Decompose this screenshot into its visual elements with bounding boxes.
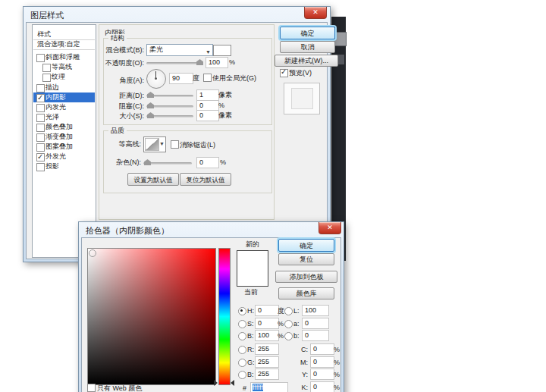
picker-reset-button[interactable]: 复位: [278, 253, 334, 265]
noise-input[interactable]: 0: [196, 157, 219, 168]
chevron-down-icon: ▼: [159, 141, 165, 146]
picker-ok-button[interactable]: 确定: [278, 239, 334, 252]
bb-input[interactable]: 0: [302, 330, 329, 341]
preview-thumbnail: [284, 83, 320, 114]
color-libraries-button[interactable]: 颜色库: [278, 287, 334, 299]
texture-checkbox[interactable]: [42, 74, 51, 82]
sidebar-item-contour[interactable]: 等高线: [33, 62, 95, 72]
g-radio[interactable]: [238, 359, 246, 367]
a-input[interactable]: 0: [302, 318, 329, 329]
h-input[interactable]: 0: [255, 305, 279, 316]
opacity-slider[interactable]: [146, 62, 201, 64]
sidebar-item-gradient-overlay[interactable]: 渐变叠加: [33, 132, 95, 142]
structure-group: 结构 混合模式(B): 柔光 ▼ 不透明度(O): 100 % 角度(A): 9…: [103, 38, 272, 125]
quality-group: 品质 等高线: ▼ 消除锯齿(L) 杂色(N): 0 % 设置为默认值 复位为默…: [103, 130, 272, 193]
r-radio[interactable]: [238, 346, 246, 354]
inner-shadow-checkbox[interactable]: [36, 94, 45, 102]
ok-button[interactable]: 确定: [280, 27, 335, 39]
sidebar-item-bevel-emboss[interactable]: 斜面和浮雕: [33, 52, 95, 62]
set-default-button[interactable]: 设置为默认值: [127, 173, 179, 186]
preview-checkbox[interactable]: [280, 69, 288, 77]
color-picker-titlebar[interactable]: 拾色器（内阴影颜色） ✕: [79, 222, 344, 237]
b-radio[interactable]: [238, 332, 246, 340]
hex-input[interactable]: ffffff: [250, 382, 288, 392]
sidebar-item-inner-glow[interactable]: 内发光: [33, 102, 95, 112]
reset-default-button[interactable]: 复位为默认值: [180, 173, 231, 186]
sidebar-item-stroke[interactable]: 描边: [33, 83, 95, 93]
bevel-emboss-checkbox[interactable]: [36, 54, 45, 62]
color-overlay-checkbox[interactable]: [36, 124, 45, 132]
contour-checkbox[interactable]: [42, 64, 51, 72]
pattern-overlay-checkbox[interactable]: [36, 143, 45, 152]
sidebar-item-satin[interactable]: 光泽: [33, 112, 95, 122]
sidebar-item-blending-options[interactable]: 混合选项:自定: [33, 39, 95, 50]
r-input[interactable]: 255: [255, 343, 279, 355]
close-icon[interactable]: ✕: [318, 222, 341, 234]
opacity-input[interactable]: 100: [206, 57, 228, 68]
blend-mode-select[interactable]: 柔光 ▼: [146, 44, 213, 56]
color-field[interactable]: [87, 248, 216, 385]
c-input[interactable]: 0: [310, 343, 334, 355]
sidebar-item-drop-shadow[interactable]: 投影: [33, 162, 95, 171]
inner-shadow-panel: 内阴影 结构 混合模式(B): 柔光 ▼ 不透明度(O): 100 % 角度(A…: [99, 24, 275, 220]
gradient-overlay-checkbox[interactable]: [36, 133, 45, 142]
color-picker-title: 拾色器（内阴影颜色）: [86, 225, 169, 237]
contour-thumbnail: [145, 138, 159, 151]
k-input[interactable]: 0: [310, 381, 334, 392]
size-slider-handle[interactable]: [147, 112, 154, 118]
layer-style-title: 图层样式: [30, 10, 64, 21]
h-radio[interactable]: [238, 307, 246, 315]
hue-marker-left[interactable]: [214, 380, 218, 386]
g-input[interactable]: 255: [255, 356, 279, 368]
global-light-checkbox[interactable]: [203, 74, 212, 82]
satin-checkbox[interactable]: [36, 114, 45, 122]
distance-input[interactable]: 1: [196, 89, 219, 101]
anti-alias-checkbox[interactable]: [171, 140, 179, 149]
sidebar-item-outer-glow[interactable]: 外发光: [33, 152, 95, 162]
web-only-checkbox[interactable]: [87, 384, 96, 392]
new-style-button[interactable]: 新建样式(W)...: [275, 55, 338, 67]
color-picker-client: 新的 当前 确定 复位 添加到色板 颜色库 H: 0 度 S: 0 % B: 1…: [81, 237, 341, 392]
b2-radio[interactable]: [238, 371, 246, 379]
s-input[interactable]: 0: [255, 318, 279, 329]
choke-slider-handle[interactable]: [147, 102, 154, 108]
b2-input[interactable]: 255: [255, 368, 279, 380]
angle-input[interactable]: 90: [169, 73, 193, 84]
layer-style-titlebar[interactable]: 图层样式 ✕: [24, 7, 330, 22]
s-radio[interactable]: [238, 320, 246, 328]
sidebar-item-styles[interactable]: 样式: [33, 30, 95, 40]
inner-glow-checkbox[interactable]: [36, 104, 45, 112]
color-picker-dialog: 拾色器（内阴影颜色） ✕ 新的 当前 确定 复位 添加到色板 颜色库 H: 0 …: [78, 221, 344, 392]
contour-picker[interactable]: ▼: [143, 136, 166, 152]
l-input[interactable]: 100: [302, 305, 329, 316]
sidebar-item-pattern-overlay[interactable]: 图案叠加: [33, 142, 95, 152]
stroke-checkbox[interactable]: [36, 84, 45, 93]
drop-shadow-checkbox[interactable]: [36, 163, 45, 171]
size-input[interactable]: 0: [196, 110, 219, 121]
close-icon[interactable]: ✕: [304, 7, 327, 19]
hex-selected-text: ffffff: [253, 384, 263, 391]
shadow-color-swatch[interactable]: [213, 45, 231, 56]
a-radio[interactable]: [284, 320, 293, 328]
hue-slider[interactable]: [218, 248, 231, 385]
sidebar-item-texture[interactable]: 纹理: [33, 72, 95, 82]
add-to-swatches-button[interactable]: 添加到色板: [275, 271, 337, 283]
cancel-button[interactable]: 取消: [280, 41, 335, 53]
new-current-swatch: [237, 250, 268, 287]
noise-slider-handle[interactable]: [144, 159, 151, 165]
b-input[interactable]: 100: [255, 330, 279, 341]
sidebar-item-color-overlay[interactable]: 颜色叠加: [33, 122, 95, 132]
sidebar-item-inner-shadow[interactable]: 内阴影: [33, 93, 95, 102]
color-field-marker[interactable]: [89, 249, 96, 257]
opacity-slider-handle[interactable]: [196, 59, 203, 65]
outer-glow-checkbox[interactable]: [36, 153, 45, 162]
chevron-down-icon: ▼: [206, 47, 211, 57]
m-input[interactable]: 0: [310, 356, 334, 368]
hue-marker-right[interactable]: [231, 380, 234, 386]
y-input[interactable]: 0: [310, 368, 334, 380]
l-radio[interactable]: [284, 307, 293, 315]
bb-radio[interactable]: [284, 332, 293, 340]
distance-slider-handle[interactable]: [147, 92, 154, 98]
angle-dial[interactable]: [146, 69, 166, 89]
